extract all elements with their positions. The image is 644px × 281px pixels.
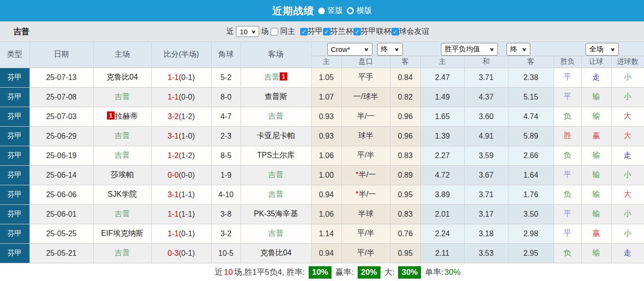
chevron-down-icon: ∨ bbox=[394, 47, 400, 52]
cell-date: 25-06-14 bbox=[29, 165, 93, 185]
league-checkbox[interactable]: ✓ bbox=[323, 28, 331, 36]
cell-home-team: SJK学院 bbox=[93, 185, 151, 204]
subheader-handi-res: 让球 bbox=[581, 56, 611, 68]
cell-score: 1-1(0-1) bbox=[151, 224, 211, 243]
halftime-score: (1-0) bbox=[179, 132, 195, 140]
summary-text: 场,胜1平5负4, 胜率: bbox=[234, 267, 305, 278]
cell-league: 芬甲 bbox=[0, 185, 29, 204]
team-label: 吉普 bbox=[115, 151, 130, 159]
cell-avg-draw: 3.71 bbox=[464, 185, 508, 204]
team-label: 吉普 bbox=[115, 210, 130, 218]
team-label: 吉普 bbox=[264, 73, 279, 81]
cell-avg-draw: 3.17 bbox=[464, 204, 508, 224]
cell-handicap: 平手 bbox=[342, 68, 390, 87]
cell-score: 0-3(0-1) bbox=[151, 243, 211, 263]
cell-avg-lose: 1.76 bbox=[508, 185, 554, 204]
team-label: 吉普 bbox=[268, 112, 283, 120]
results-table: 类型 日期 主场 比分(半场) 角球 客场 Crow*∨ 终∨ 胜平负均值∨ bbox=[0, 42, 644, 263]
cell-handicap-result: 输 bbox=[581, 204, 611, 224]
scope-select[interactable]: 全场∨ bbox=[585, 43, 619, 56]
team-label: 克鲁比04 bbox=[260, 249, 292, 257]
cell-handicap: 球半 bbox=[342, 126, 390, 146]
odds-time-select[interactable]: 终∨ bbox=[377, 43, 403, 56]
cell-result: 负 bbox=[554, 146, 581, 165]
table-row: 芬甲25-06-19吉普1-2(1-2)8-5TPS土尔库1.06平/半0.83… bbox=[0, 146, 644, 165]
league-label: 球会友谊 bbox=[399, 27, 429, 35]
avg-odds-select[interactable]: 胜平负均值∨ bbox=[441, 43, 498, 56]
red-badge-icon: 1 bbox=[280, 72, 287, 80]
cell-avg-win: 2.27 bbox=[420, 146, 464, 165]
cell-home-team: 吉普 bbox=[93, 146, 151, 165]
cell-avg-win: 2.24 bbox=[420, 224, 464, 243]
cell-result: 负 bbox=[554, 243, 581, 263]
match-count-select[interactable]: 10 ∨ bbox=[236, 26, 259, 37]
cell-corners: 10-5 bbox=[211, 243, 241, 263]
layout-radio-vertical[interactable]: 竖版 bbox=[318, 6, 343, 16]
chevron-down-icon: ∨ bbox=[522, 47, 527, 52]
layout-radio-horizontal[interactable]: 横版 bbox=[347, 6, 372, 16]
cell-league: 芬甲 bbox=[0, 146, 29, 165]
cell-goals-result: 大 bbox=[611, 107, 644, 126]
same-home-checkbox[interactable] bbox=[271, 28, 278, 35]
fulltime-score: 1-1 bbox=[168, 230, 179, 238]
fulltime-score: 3-1 bbox=[168, 132, 179, 140]
cell-home-team: EIF埃克纳斯 bbox=[93, 224, 151, 243]
bookmaker-select[interactable]: Crow*∨ bbox=[327, 43, 372, 56]
team-label: 吉普 bbox=[268, 190, 283, 198]
cell-odds-home: 1.06 bbox=[311, 146, 342, 165]
team-label: 莎埃帕 bbox=[111, 171, 134, 179]
halftime-score: (0-1) bbox=[179, 249, 195, 257]
avg-time-select[interactable]: 终∨ bbox=[507, 43, 530, 56]
team-label: 吉普 bbox=[115, 131, 130, 140]
cell-odds-away: 0.83 bbox=[390, 204, 420, 224]
halftime-score: (0-1) bbox=[179, 230, 195, 238]
table-row: 芬甲25-06-29吉普3-1(1-0)2-3卡亚尼卡帕0.93球半0.961.… bbox=[0, 126, 644, 146]
cell-league: 芬甲 bbox=[0, 87, 29, 107]
cell-avg-win: 3.89 bbox=[420, 185, 464, 204]
near-label: 近 bbox=[226, 27, 234, 37]
fulltime-score: 1-1 bbox=[168, 210, 179, 218]
cell-result: 负 bbox=[554, 185, 581, 204]
cell-corners: 3-2 bbox=[211, 224, 241, 243]
halftime-score: (1-2) bbox=[179, 112, 195, 120]
cell-avg-draw: 3.60 bbox=[464, 107, 508, 126]
cell-corners: 3-8 bbox=[211, 204, 241, 224]
league-checkbox[interactable]: ✓ bbox=[391, 28, 399, 36]
radio-selected-icon[interactable] bbox=[318, 8, 325, 14]
cell-corners: 5-2 bbox=[211, 68, 241, 87]
league-label: 芬甲联杯 bbox=[361, 27, 391, 35]
cell-handicap: *半/一 bbox=[342, 165, 390, 185]
subheader-goals: 进球数 bbox=[611, 56, 644, 68]
cell-handicap-result: 输 bbox=[581, 185, 611, 204]
table-row: 芬甲25-07-031拉赫蒂3-2(1-2)4-7吉普0.93半/一0.961.… bbox=[0, 107, 644, 126]
cell-home-team: 吉普 bbox=[93, 204, 151, 224]
cell-score: 0-0(0-0) bbox=[151, 165, 211, 185]
red-badge-icon: 1 bbox=[107, 111, 114, 120]
subheader-avg-lose: 客 bbox=[508, 56, 554, 68]
cell-league: 芬甲 bbox=[0, 224, 29, 243]
fulltime-score: 3-1 bbox=[168, 191, 179, 199]
cell-avg-lose: 2.95 bbox=[508, 243, 554, 263]
cell-avg-lose: 5.15 bbox=[508, 87, 554, 107]
cell-away-team: PK-35海辛基 bbox=[241, 204, 311, 224]
table-row: 芬甲25-05-25EIF埃克纳斯1-1(0-1)3-2吉普1.14平/半0.7… bbox=[0, 224, 644, 243]
cell-home-team: 吉普 bbox=[93, 243, 151, 263]
games-label: 场 bbox=[261, 27, 269, 37]
cell-handicap-result: 走 bbox=[581, 68, 611, 87]
cell-handicap: 半/一 bbox=[342, 107, 390, 126]
subheader-handicap: 盘口 bbox=[342, 56, 390, 68]
league-checkbox[interactable]: ✓ bbox=[353, 28, 361, 36]
cell-odds-home: 1.07 bbox=[311, 87, 342, 107]
cell-goals-result: 小 bbox=[611, 224, 644, 243]
cell-handicap-result: 输 bbox=[581, 107, 611, 126]
radio-unselected-icon[interactable] bbox=[347, 7, 354, 14]
table-row: 芬甲25-06-06SJK学院3-1(1-1)4-10吉普0.94*半/一0.9… bbox=[0, 185, 644, 204]
team-label: 吉普 bbox=[115, 92, 130, 100]
cell-goals-result: 走 bbox=[611, 146, 644, 165]
cell-date: 25-07-13 bbox=[29, 68, 93, 87]
league-checkbox[interactable]: ✓ bbox=[300, 28, 308, 36]
cell-handicap-result: 输 bbox=[581, 165, 611, 185]
cell-corners: 8-5 bbox=[211, 146, 241, 165]
cell-corners: 4-10 bbox=[211, 185, 241, 204]
summary-footer: 近10场,胜1平5负4, 胜率:10%赢率:20%大:30%单率:30% bbox=[0, 263, 644, 281]
